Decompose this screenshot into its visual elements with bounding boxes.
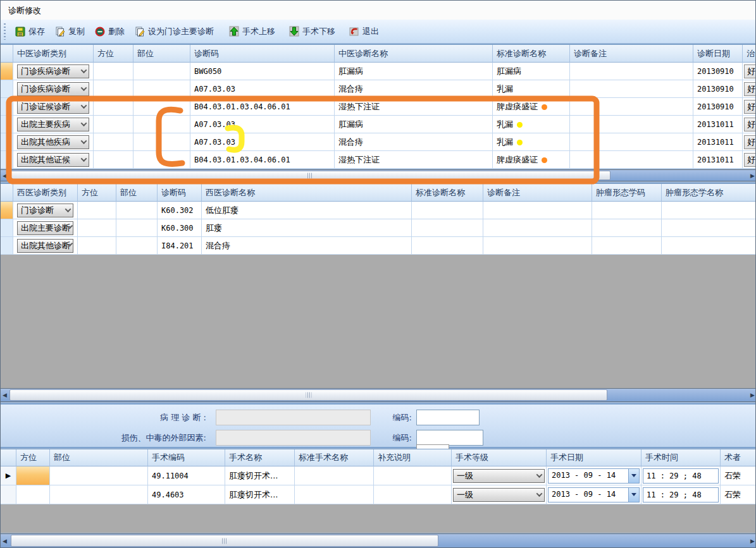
row-selector[interactable]: ▶ <box>1 466 16 485</box>
scrollbar-thumb[interactable] <box>11 535 438 547</box>
diagnosis-type-select[interactable]: 门诊证候诊断 <box>17 100 89 114</box>
row-selector[interactable] <box>1 98 13 116</box>
col-header-surgery-time[interactable]: 手术时间 <box>641 449 721 466</box>
surgery-date-picker[interactable]: 2013 - 09 - 14 <box>548 468 640 484</box>
col-header-surgery-code[interactable]: 手术编码 <box>148 449 225 466</box>
col-header-part[interactable]: 部位 <box>116 184 158 202</box>
scroll-right-icon[interactable]: ▶ <box>748 389 756 401</box>
grid-corner-selector[interactable] <box>1 449 16 466</box>
injury-code-input[interactable] <box>416 430 483 446</box>
col-header-tumor-code[interactable]: 肿瘤形态学码 <box>592 184 662 202</box>
western-row-2: 出院主要诊断 K60.300 肛瘘 <box>1 219 756 237</box>
surgery-move-down-button[interactable]: 手术下移 <box>284 24 340 39</box>
diagnosis-type-select[interactable]: 出院主要诊断 <box>17 221 73 235</box>
scroll-right-icon[interactable]: ▶ <box>748 170 756 181</box>
diagnosis-type-select[interactable]: 门诊诊断 <box>17 204 73 217</box>
calendar-dropdown-icon[interactable] <box>628 469 639 483</box>
western-grid-hscrollbar[interactable]: ◀ ▶ <box>1 388 756 402</box>
col-header-part[interactable]: 部位 <box>50 449 148 466</box>
scroll-left-icon[interactable]: ◀ <box>1 170 9 181</box>
col-header-note[interactable]: 诊断备注 <box>483 184 592 202</box>
scroll-right-icon[interactable]: ▶ <box>748 534 756 547</box>
chevron-down-icon <box>81 155 87 162</box>
col-header-surgery-date[interactable]: 手术日期 <box>547 449 641 466</box>
col-header-note[interactable]: 诊断备注 <box>570 45 693 63</box>
row-selector[interactable] <box>1 485 16 504</box>
row-selector[interactable] <box>1 202 13 219</box>
col-header-tumor-name[interactable]: 肿瘤形态学名称 <box>662 184 756 202</box>
row-selector[interactable] <box>1 116 13 133</box>
delete-button[interactable]: 删除 <box>90 24 130 39</box>
surgery-time-input[interactable]: 11 : 29 ; 48 <box>643 487 719 502</box>
effect-button[interactable]: 好转 <box>744 100 756 114</box>
col-header-supplement[interactable]: 补充说明 <box>374 449 452 466</box>
surgery-time-input[interactable]: 11 : 29 ; 48 <box>643 468 719 484</box>
scrollbar-thumb[interactable] <box>9 171 610 180</box>
grid-corner-selector[interactable] <box>1 45 13 63</box>
effect-button[interactable]: 好转 <box>744 82 756 96</box>
row-selector[interactable] <box>1 133 13 151</box>
row-selector[interactable] <box>1 151 13 169</box>
col-header-tcm-name[interactable]: 中医诊断名称 <box>335 45 493 63</box>
delete-icon <box>95 27 105 37</box>
surgery-move-up-label: 手术上移 <box>242 26 275 37</box>
diagnosis-type-select[interactable]: 门诊疾病诊断 <box>17 82 89 96</box>
pathology-code-input[interactable] <box>416 410 480 425</box>
row-selector[interactable] <box>1 80 13 98</box>
col-header-direction[interactable]: 方位 <box>94 45 133 63</box>
cell-code: I84.201 <box>158 237 202 255</box>
effect-button[interactable]: 好转 <box>744 64 756 78</box>
col-header-effect[interactable]: 治 <box>743 45 756 63</box>
calendar-dropdown-icon[interactable] <box>628 488 639 502</box>
col-header-surgery-level[interactable]: 手术等级 <box>452 449 547 466</box>
col-header-std-name[interactable]: 标准诊断名称 <box>412 184 483 202</box>
col-header-code[interactable]: 诊断码 <box>190 45 335 63</box>
surgery-grid-hscrollbar[interactable]: ◀ ▶ <box>1 533 756 548</box>
diagnosis-type-select[interactable]: 出院其他疾病 <box>17 135 89 149</box>
arrow-up-icon <box>229 26 239 37</box>
save-button[interactable]: 保存 <box>10 24 50 39</box>
surgery-level-select[interactable]: 一级 <box>453 488 545 502</box>
cell-date: 20131011 <box>693 133 743 151</box>
scroll-left-icon[interactable]: ◀ <box>1 389 9 401</box>
surgery-move-up-button[interactable]: 手术上移 <box>224 24 280 39</box>
chevron-down-icon <box>536 472 543 478</box>
diagnosis-type-select[interactable]: 出院其他诊断 <box>17 239 73 253</box>
effect-button[interactable]: 好转 <box>744 118 756 131</box>
cell-direction[interactable] <box>16 466 50 485</box>
effect-button[interactable]: 好转 <box>744 135 756 149</box>
row-selector[interactable] <box>1 63 13 80</box>
copy-button[interactable]: 复制 <box>50 24 90 39</box>
pathology-input[interactable] <box>216 410 371 425</box>
col-header-direction[interactable]: 方位 <box>78 184 116 202</box>
col-header-western-name[interactable]: 西医诊断名称 <box>202 184 412 202</box>
col-header-direction[interactable]: 方位 <box>16 449 50 466</box>
toolbar-grip[interactable] <box>3 23 6 40</box>
row-selector[interactable] <box>1 219 13 237</box>
col-header-code[interactable]: 诊断码 <box>158 184 202 202</box>
effect-button[interactable]: 好转 <box>744 153 756 167</box>
col-header-date[interactable]: 诊断日期 <box>693 45 743 63</box>
col-header-tcm-type[interactable]: 中医诊断类别 <box>13 45 94 63</box>
diagnosis-type-select[interactable]: 出院主要疾病 <box>17 118 89 131</box>
grid-corner-selector[interactable] <box>1 184 13 202</box>
diagnosis-type-select[interactable]: 门诊疾病诊断 <box>17 64 89 78</box>
col-header-std-surgery-name[interactable]: 标准手术名称 <box>295 449 374 466</box>
exit-button[interactable]: 退出 <box>344 24 384 39</box>
col-header-part[interactable]: 部位 <box>133 45 190 63</box>
tcm-grid-hscrollbar[interactable]: ◀ ▶ <box>1 169 756 181</box>
col-header-std-name[interactable]: 标准诊断名称 <box>493 45 570 63</box>
col-header-surgery-name[interactable]: 手术名称 <box>225 449 295 466</box>
pathology-code-label: 编码: <box>380 412 412 423</box>
col-header-surgeon[interactable]: 术者 <box>721 449 756 466</box>
cell-name: 肛瘘 <box>202 219 412 237</box>
scrollbar-thumb[interactable] <box>9 389 607 401</box>
injury-input[interactable] <box>216 430 371 446</box>
scroll-left-icon[interactable]: ◀ <box>1 534 9 547</box>
diagnosis-type-select[interactable]: 出院其他证候 <box>17 153 89 167</box>
surgery-level-select[interactable]: 一级 <box>453 469 545 483</box>
col-header-western-type[interactable]: 西医诊断类别 <box>13 184 78 202</box>
set-main-diagnosis-button[interactable]: 设为门诊主要诊断 <box>130 24 219 39</box>
surgery-date-picker[interactable]: 2013 - 09 - 14 <box>548 487 640 502</box>
row-selector[interactable] <box>1 237 13 255</box>
